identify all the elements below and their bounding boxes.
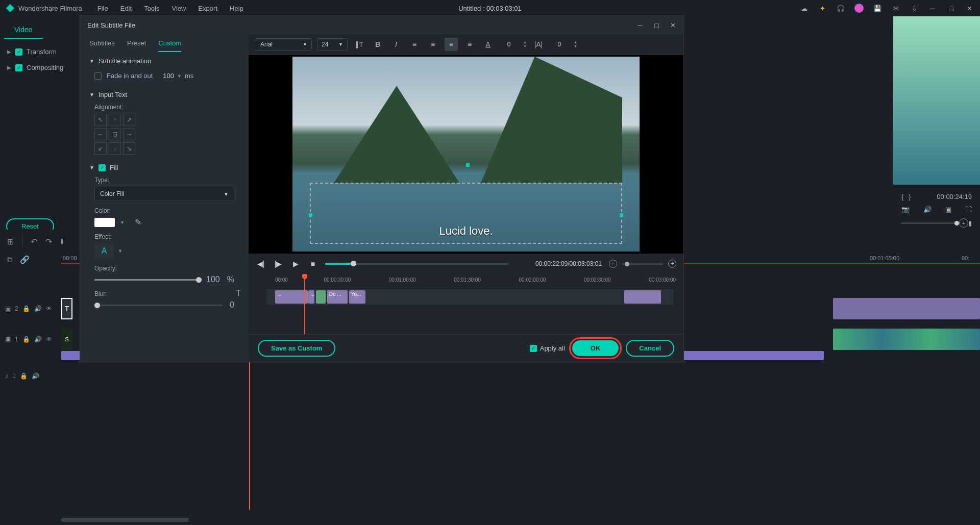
ok-button[interactable]: OK bbox=[572, 340, 619, 356]
save-icon[interactable]: 💾 bbox=[873, 4, 882, 13]
effect-preset[interactable]: A bbox=[94, 243, 114, 259]
subtitle-text[interactable]: Lucid love. bbox=[439, 224, 493, 238]
speaker-icon[interactable]: 🔊 bbox=[34, 305, 42, 312]
spinner-icon[interactable]: ▲▼ bbox=[574, 40, 577, 48]
section-header[interactable]: ▼ Subtitle animation bbox=[89, 57, 239, 65]
align-bottom-center[interactable]: ↓ bbox=[109, 142, 121, 155]
timeline-clip[interactable] bbox=[833, 329, 980, 350]
eyedropper-icon[interactable]: ✎ bbox=[135, 217, 141, 227]
timeline-scrollbar[interactable] bbox=[61, 518, 189, 522]
subtitle-bounding-box[interactable]: Lucid love. bbox=[310, 183, 622, 244]
sidebar-tab-video[interactable]: Video bbox=[4, 21, 43, 39]
resize-handle-left[interactable] bbox=[309, 213, 312, 217]
align-top-center[interactable]: ↑ bbox=[109, 114, 121, 126]
lightbulb-icon[interactable]: ✦ bbox=[818, 4, 827, 13]
eye-icon[interactable]: 👁 bbox=[46, 305, 52, 312]
menu-file[interactable]: File bbox=[97, 5, 108, 12]
save-as-custom-button[interactable]: Save as Custom bbox=[258, 340, 335, 357]
chevron-down-icon[interactable]: ▼ bbox=[118, 248, 122, 254]
align-left-icon[interactable]: ≡ bbox=[408, 38, 421, 51]
tab-custom[interactable]: Custom bbox=[158, 39, 181, 52]
maximize-icon[interactable]: ◻ bbox=[946, 4, 955, 13]
fill-type-select[interactable]: Color Fill ▼ bbox=[94, 187, 234, 201]
subtitle-clip[interactable]: Do ... bbox=[327, 290, 348, 304]
tab-subtitles[interactable]: Subtitles bbox=[89, 39, 115, 52]
checkbox-icon[interactable]: ✓ bbox=[15, 48, 22, 56]
bold-icon[interactable]: B bbox=[371, 38, 384, 51]
speaker-icon[interactable]: 🔊 bbox=[34, 336, 42, 343]
fade-ms-value[interactable]: 100 bbox=[163, 72, 174, 80]
marker-icon[interactable]: ⫿ bbox=[60, 237, 64, 246]
fullscreen-icon[interactable]: ⛶ bbox=[965, 206, 972, 213]
italic-icon[interactable]: I bbox=[389, 38, 403, 51]
apply-all-checkbox[interactable]: ✓ bbox=[530, 345, 537, 352]
text-color-icon[interactable]: A bbox=[481, 38, 495, 51]
close-icon[interactable]: ✕ bbox=[965, 4, 974, 13]
subtitle-clip[interactable]: ... bbox=[308, 290, 314, 304]
camera-icon[interactable]: 📷 bbox=[901, 206, 910, 213]
line-spacing-input[interactable] bbox=[550, 41, 569, 48]
mini-track[interactable]: ... ... Do ... Yo... bbox=[267, 289, 673, 305]
spinner-icon[interactable]: ▲▼ bbox=[523, 40, 527, 48]
minimize-icon[interactable]: ─ bbox=[928, 4, 937, 13]
mini-ruler[interactable]: 00:00 00:00:30:00 00:01:00:00 00:01:30:0… bbox=[267, 277, 673, 288]
fit-icon[interactable]: ▮ bbox=[968, 219, 972, 227]
lock-icon[interactable]: 🔒 bbox=[22, 305, 30, 312]
tab-preset[interactable]: Preset bbox=[127, 39, 146, 52]
stop-icon[interactable]: ■ bbox=[308, 259, 318, 269]
speaker-icon[interactable]: 🔊 bbox=[923, 206, 932, 213]
font-size-select[interactable]: 24 ▼ bbox=[317, 38, 348, 51]
grid-icon[interactable]: ⊞ bbox=[7, 237, 14, 246]
undo-icon[interactable]: ↶ bbox=[31, 237, 37, 246]
align-top-right[interactable]: ↗ bbox=[123, 114, 135, 126]
brace-left-icon[interactable]: { bbox=[901, 193, 903, 201]
menu-edit[interactable]: Edit bbox=[120, 5, 132, 12]
preview-frame[interactable]: Lucid love. bbox=[292, 57, 640, 252]
zoom-slider[interactable] bbox=[622, 263, 663, 265]
fade-checkbox[interactable] bbox=[94, 72, 102, 80]
envelope-icon[interactable]: ✉ bbox=[891, 4, 900, 13]
subtitle-clip[interactable]: ... bbox=[275, 290, 308, 304]
redo-icon[interactable]: ↷ bbox=[45, 237, 52, 246]
align-middle-left[interactable]: ← bbox=[94, 128, 107, 140]
copy-icon[interactable]: ⧉ bbox=[7, 255, 13, 264]
modal-maximize-icon[interactable]: ◻ bbox=[653, 21, 660, 29]
font-select[interactable]: Arial ▼ bbox=[256, 38, 312, 51]
timeline-clip[interactable] bbox=[833, 298, 980, 319]
char-spacing-input[interactable] bbox=[500, 41, 518, 48]
align-middle-right[interactable]: → bbox=[123, 128, 135, 140]
menu-view[interactable]: View bbox=[172, 5, 186, 12]
download-icon[interactable]: ⇩ bbox=[910, 4, 919, 13]
subtitle-clip-active[interactable] bbox=[316, 290, 326, 304]
sidebar-item-transform[interactable]: ▶ ✓ Transform bbox=[0, 44, 80, 60]
video-clip-marker[interactable]: S bbox=[61, 329, 72, 350]
blur-slider[interactable] bbox=[94, 305, 223, 306]
cancel-button[interactable]: Cancel bbox=[626, 340, 674, 357]
speaker-icon[interactable]: 🔊 bbox=[32, 372, 39, 380]
section-header[interactable]: ▼ Input Text bbox=[89, 91, 239, 98]
subtitle-clip[interactable]: Yo... bbox=[349, 290, 365, 304]
align-top-left[interactable]: ↖ bbox=[94, 114, 107, 126]
avatar-icon[interactable] bbox=[854, 4, 864, 13]
chevron-down-icon[interactable]: ▼ bbox=[177, 73, 182, 79]
checkbox-icon[interactable]: ✓ bbox=[15, 64, 22, 71]
progress-bar[interactable] bbox=[325, 263, 509, 265]
menu-export[interactable]: Export bbox=[198, 5, 217, 12]
headphones-icon[interactable]: 🎧 bbox=[836, 4, 845, 13]
menu-tools[interactable]: Tools bbox=[144, 5, 159, 12]
link-icon[interactable]: 🔗 bbox=[20, 255, 30, 264]
cloud-icon[interactable]: ☁ bbox=[799, 4, 808, 13]
sidebar-item-compositing[interactable]: ▶ ✓ Compositing bbox=[0, 60, 80, 76]
zoom-in-icon[interactable]: + bbox=[959, 218, 968, 228]
next-frame-icon[interactable]: |▶ bbox=[273, 259, 283, 269]
lock-icon[interactable]: 🔒 bbox=[22, 336, 30, 343]
folder-icon[interactable]: ▣ bbox=[945, 206, 951, 213]
brace-right-icon[interactable]: } bbox=[909, 193, 911, 201]
zoom-in-icon[interactable]: + bbox=[668, 260, 676, 268]
fill-checkbox[interactable]: ✓ bbox=[99, 164, 106, 171]
align-justify-icon[interactable]: ≡ bbox=[463, 38, 476, 51]
menu-help[interactable]: Help bbox=[230, 5, 243, 12]
play-icon[interactable]: ▶ bbox=[290, 259, 301, 269]
vertical-text-icon[interactable]: ‖T bbox=[353, 38, 366, 51]
chevron-down-icon[interactable]: ▼ bbox=[120, 220, 125, 225]
